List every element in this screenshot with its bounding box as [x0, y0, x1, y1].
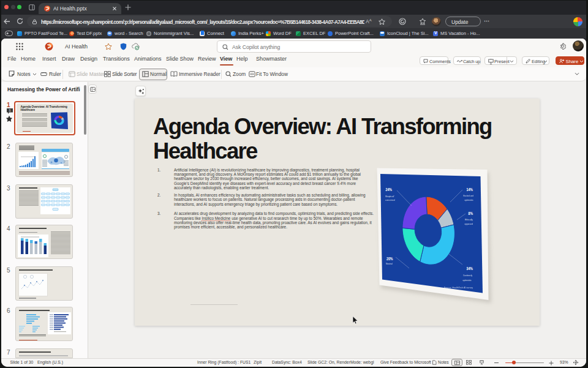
- svg-text:Skeptical/: Skeptical/: [385, 195, 394, 198]
- svg-text:opposed: opposed: [465, 222, 473, 225]
- svg-text:Source: HealthTech AI survey: Source: HealthTech AI survey: [444, 287, 473, 289]
- svg-text:optimistic: optimistic: [465, 198, 474, 201]
- svg-text:34%: 34%: [467, 266, 473, 271]
- svg-text:concerned: concerned: [385, 198, 395, 201]
- svg-text:1: 1: [9, 108, 10, 112]
- svg-text:Cautiously: Cautiously: [463, 274, 473, 277]
- svg-text:20%: 20%: [386, 256, 393, 261]
- svg-text:Ethically: Ethically: [465, 218, 473, 221]
- svg-text:Excited and: Excited and: [464, 194, 474, 197]
- svg-text:optimistic: optimistic: [463, 279, 472, 282]
- svg-text:14%: 14%: [467, 187, 473, 192]
- svg-text:24%: 24%: [386, 187, 393, 192]
- svg-text:Neutral: Neutral: [386, 262, 393, 265]
- svg-text:8%: 8%: [469, 211, 473, 216]
